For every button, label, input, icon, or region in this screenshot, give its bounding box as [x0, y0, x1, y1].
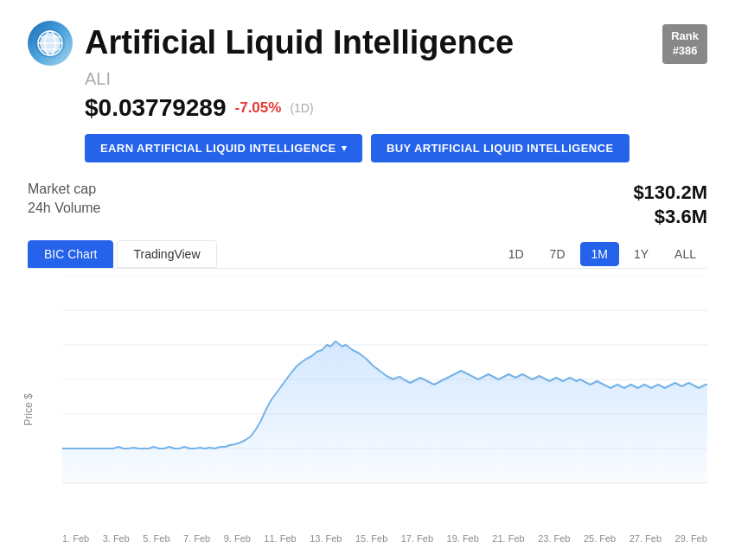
time-btn-1y[interactable]: 1Y — [623, 242, 660, 266]
price-period: (1D) — [290, 101, 313, 115]
earn-button[interactable]: EARN ARTIFICIAL LIQUID INTELLIGENCE ▾ — [85, 134, 362, 162]
coin-title: Artificial Liquid Intelligence — [85, 25, 514, 61]
x-label-17feb: 17. Feb — [401, 533, 433, 544]
stats-left: Market cap 24h Volume — [28, 181, 101, 216]
x-label-5feb: 5. Feb — [143, 533, 169, 544]
x-label-3feb: 3. Feb — [103, 533, 130, 544]
time-btn-1m[interactable]: 1M — [580, 242, 619, 266]
x-label-1feb: 1. Feb — [62, 533, 89, 544]
buy-button[interactable]: BUY ARTIFICIAL LIQUID INTELLIGENCE — [371, 134, 630, 162]
x-label-19feb: 19. Feb — [447, 533, 479, 544]
chart-tabs: BIC Chart TradingView — [28, 240, 220, 268]
ticker-label: ALI — [85, 69, 707, 89]
x-label-25feb: 25. Feb — [584, 533, 616, 544]
time-btn-1d[interactable]: 1D — [497, 242, 535, 266]
y-axis-label: Price $ — [22, 393, 35, 425]
x-label-9feb: 9. Feb — [224, 533, 251, 544]
price-value: $0.03779289 — [85, 94, 227, 122]
x-label-23feb: 23. Feb — [538, 533, 570, 544]
title-section: Artificial Liquid Intelligence — [28, 21, 514, 66]
x-label-27feb: 27. Feb — [630, 533, 662, 544]
time-btn-all[interactable]: ALL — [663, 242, 707, 266]
tab-bic-chart[interactable]: BIC Chart — [28, 240, 113, 268]
coin-logo — [28, 21, 73, 66]
time-btn-7d[interactable]: 7D — [539, 242, 577, 266]
price-change: -7.05% — [235, 99, 282, 117]
x-label-11feb: 11. Feb — [264, 533, 296, 544]
stats-right: $130.2M $3.6M — [633, 181, 707, 228]
price-row: $0.03779289 -7.05% (1D) — [85, 94, 707, 122]
chart-svg-container: 0.07 0.06 0.05 0.04 0.03 0.02 0.01 — [62, 276, 707, 518]
market-stats: Market cap 24h Volume $130.2M $3.6M — [28, 181, 707, 228]
x-label-21feb: 21. Feb — [492, 533, 524, 544]
market-cap-label: Market cap — [28, 181, 101, 197]
x-label-29feb: 29. Feb — [675, 533, 707, 544]
tab-trading-view[interactable]: TradingView — [117, 240, 216, 268]
volume-label: 24h Volume — [28, 200, 101, 216]
price-chart-svg: 0.07 0.06 0.05 0.04 0.03 0.02 0.01 — [62, 276, 707, 518]
chart-area: Price $ 0.07 0.06 0.05 0.04 0.03 0.02 0.… — [28, 276, 707, 544]
action-buttons: EARN ARTIFICIAL LIQUID INTELLIGENCE ▾ BU… — [85, 134, 707, 162]
rank-badge: Rank #386 — [662, 24, 707, 64]
header-row: Artificial Liquid Intelligence Rank #386 — [28, 21, 707, 66]
x-axis-labels: 1. Feb 3. Feb 5. Feb 7. Feb 9. Feb 11. F… — [62, 519, 707, 544]
chevron-down-icon: ▾ — [342, 143, 347, 154]
x-label-7feb: 7. Feb — [183, 533, 210, 544]
time-buttons: 1D 7D 1M 1Y ALL — [497, 242, 707, 266]
market-cap-value: $130.2M — [633, 181, 707, 204]
chart-controls: BIC Chart TradingView 1D 7D 1M 1Y ALL — [28, 240, 707, 269]
x-label-13feb: 13. Feb — [310, 533, 342, 544]
x-label-15feb: 15. Feb — [355, 533, 387, 544]
volume-value: $3.6M — [655, 206, 707, 228]
